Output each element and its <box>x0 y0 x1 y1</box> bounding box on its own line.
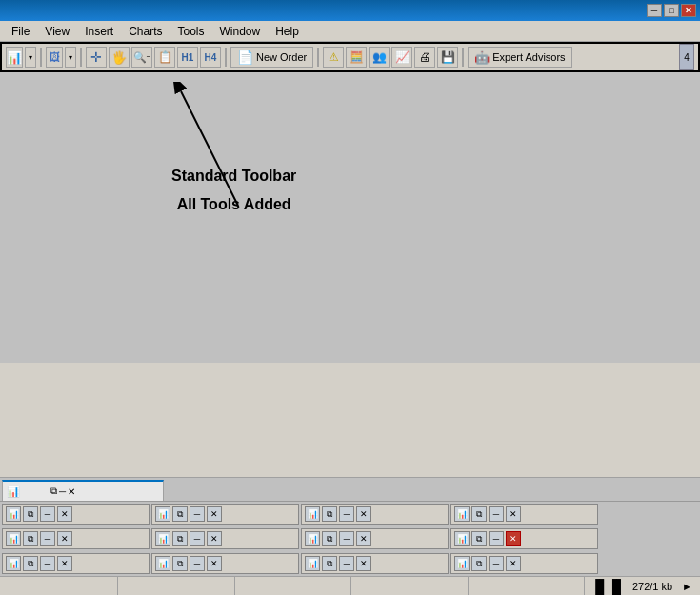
sw-icon-4-1: 📊 <box>6 556 21 571</box>
sw-min-3-3[interactable]: ─ <box>339 531 354 546</box>
detach-button[interactable]: 🖼 <box>46 47 63 68</box>
subwin-3-4[interactable]: 📊 ⧉ ─ ✕ <box>450 528 598 549</box>
menu-charts[interactable]: Charts <box>121 23 170 40</box>
calculator-icon: 🧮 <box>350 50 364 64</box>
sw-close-3-3[interactable]: ✕ <box>356 531 371 546</box>
sw-close-2-2[interactable]: ✕ <box>207 506 222 522</box>
save-button[interactable]: 💾 <box>437 47 458 68</box>
sw-icon-3-2: 📊 <box>155 531 170 546</box>
subwin-row-1: 📊 ⧉ ─ ✕ <box>0 478 700 502</box>
menu-view[interactable]: View <box>37 23 77 40</box>
sw-close-2-3[interactable]: ✕ <box>356 506 371 522</box>
sw-close-4-2[interactable]: ✕ <box>207 556 222 571</box>
print-icon: 🖨 <box>419 50 430 64</box>
sw-icon-4-4: 📊 <box>454 556 470 571</box>
main-tab[interactable]: 📊 ⧉ ─ ✕ <box>2 480 164 501</box>
sw-restore-3-2[interactable]: ⧉ <box>172 531 188 546</box>
sw-restore-4-3[interactable]: ⧉ <box>322 556 337 571</box>
subwin-4-1[interactable]: 📊 ⧉ ─ ✕ <box>2 553 150 574</box>
crosshair-button[interactable]: ✛ <box>86 47 107 68</box>
new-order-icon: 📄 <box>237 50 253 65</box>
toolbar-tab-number[interactable]: 4 <box>679 44 694 70</box>
sw-close-2-4[interactable]: ✕ <box>506 506 521 522</box>
alert-button[interactable]: ⚠ <box>323 47 344 68</box>
sw-restore-4-1[interactable]: ⧉ <box>23 556 38 571</box>
sw-restore-2-2[interactable]: ⧉ <box>172 506 188 522</box>
subwin-2-4[interactable]: 📊 ⧉ ─ ✕ <box>450 504 598 525</box>
sw-restore-2-3[interactable]: ⧉ <box>322 506 337 522</box>
sw-min-4-4[interactable]: ─ <box>489 556 504 571</box>
detach-dropdown-button[interactable]: ▾ <box>65 47 76 68</box>
sw-min-2-4[interactable]: ─ <box>489 506 504 522</box>
sw-min-3-2[interactable]: ─ <box>190 531 205 546</box>
zoom-out-icon: 🔍− <box>133 51 151 64</box>
sep3 <box>225 48 227 67</box>
subwindows-area: 📊 ⧉ ─ ✕ 📊 ⧉ ─ ✕ 📊 ⧉ ─ ✕ 📊 ⧉ ─ ✕ 📊 ⧉ ─ <box>0 477 700 576</box>
subwin-4-4[interactable]: 📊 ⧉ ─ ✕ <box>450 553 598 574</box>
new-order-button[interactable]: 📄 New Order <box>230 47 313 68</box>
subwin-2-2[interactable]: 📊 ⧉ ─ ✕ <box>151 504 299 525</box>
sw-min-3-1[interactable]: ─ <box>40 531 55 546</box>
sw-min-2-3[interactable]: ─ <box>339 506 354 522</box>
sw-close-4-1[interactable]: ✕ <box>57 556 72 571</box>
new-chart-button[interactable]: 📊 <box>6 47 23 68</box>
new-order-label: New Order <box>256 51 307 63</box>
sw-restore-3-4[interactable]: ⧉ <box>471 531 487 546</box>
status-empty-3 <box>241 577 351 595</box>
subwin-4-2[interactable]: 📊 ⧉ ─ ✕ <box>151 553 299 574</box>
sw-close-3-1[interactable]: ✕ <box>57 531 72 546</box>
sep4 <box>317 48 319 67</box>
sw-restore-4-2[interactable]: ⧉ <box>172 556 188 571</box>
sw-icon-2-4: 📊 <box>454 506 470 522</box>
maximize-button[interactable]: □ <box>664 4 679 17</box>
subwin-3-3[interactable]: 📊 ⧉ ─ ✕ <box>301 528 449 549</box>
minimize-button[interactable]: ─ <box>647 4 662 17</box>
subwin-2-3[interactable]: 📊 ⧉ ─ ✕ <box>301 504 449 525</box>
properties-button[interactable]: 📋 <box>154 47 175 68</box>
scroll-right-icon[interactable]: ► <box>682 581 692 592</box>
status-empty-2 <box>124 577 234 595</box>
expert-advisors-button[interactable]: 🤖 Expert Advisors <box>468 47 571 68</box>
period2-button[interactable]: H4 <box>200 47 221 68</box>
status-bar: ▐▌▐▌ 272/1 kb ► <box>0 576 700 595</box>
sw-close-4-3[interactable]: ✕ <box>356 556 371 571</box>
sw-min-2-2[interactable]: ─ <box>190 506 205 522</box>
menu-tools[interactable]: Tools <box>170 23 212 40</box>
sw-close-2-1[interactable]: ✕ <box>57 506 72 522</box>
subwin-3-1[interactable]: 📊 ⧉ ─ ✕ <box>2 528 150 549</box>
sw-min-2-1[interactable]: ─ <box>40 506 55 522</box>
calculator-button[interactable]: 🧮 <box>346 47 367 68</box>
subwin-2-1[interactable]: 📊 ⧉ ─ ✕ <box>2 504 150 525</box>
crosshair-icon: ✛ <box>90 50 102 65</box>
menu-insert[interactable]: Insert <box>77 23 121 40</box>
sw-min-4-3[interactable]: ─ <box>339 556 354 571</box>
close-button[interactable]: ✕ <box>681 4 696 17</box>
save-icon: 💾 <box>441 50 455 64</box>
sw-restore-2-1[interactable]: ⧉ <box>23 506 38 522</box>
print-button[interactable]: 🖨 <box>414 47 435 68</box>
sw-close-4-4[interactable]: ✕ <box>506 556 521 571</box>
period1-button[interactable]: H1 <box>177 47 198 68</box>
subwin-row-2: 📊 ⧉ ─ ✕ 📊 ⧉ ─ ✕ 📊 ⧉ ─ ✕ 📊 ⧉ ─ ✕ <box>0 502 700 526</box>
users-button[interactable]: 👥 <box>369 47 390 68</box>
menu-file[interactable]: File <box>4 23 37 40</box>
sw-min-4-1[interactable]: ─ <box>40 556 55 571</box>
zoom-out-button[interactable]: 🔍− <box>131 47 152 68</box>
sw-restore-2-4[interactable]: ⧉ <box>471 506 487 522</box>
subwin-4-3[interactable]: 📊 ⧉ ─ ✕ <box>301 553 449 574</box>
subwin-row-3: 📊 ⧉ ─ ✕ 📊 ⧉ ─ ✕ 📊 ⧉ ─ ✕ 📊 ⧉ ─ ✕ <box>0 526 700 551</box>
new-chart-dropdown-button[interactable]: ▾ <box>25 47 36 68</box>
subwin-3-2[interactable]: 📊 ⧉ ─ ✕ <box>151 528 299 549</box>
sw-close-3-4[interactable]: ✕ <box>506 531 521 546</box>
sw-min-3-4[interactable]: ─ <box>489 531 504 546</box>
chart-btn2[interactable]: 📈 <box>391 47 412 68</box>
menu-window[interactable]: Window <box>212 23 269 40</box>
sw-min-4-2[interactable]: ─ <box>190 556 205 571</box>
sw-restore-4-4[interactable]: ⧉ <box>471 556 487 571</box>
sw-restore-3-3[interactable]: ⧉ <box>322 531 337 546</box>
sw-close-3-2[interactable]: ✕ <box>207 531 222 546</box>
new-chart-icon: 📊 <box>7 50 22 65</box>
menu-help[interactable]: Help <box>268 23 307 40</box>
sw-restore-3-1[interactable]: ⧉ <box>23 531 38 546</box>
hand-button[interactable]: 🖐 <box>109 47 130 68</box>
